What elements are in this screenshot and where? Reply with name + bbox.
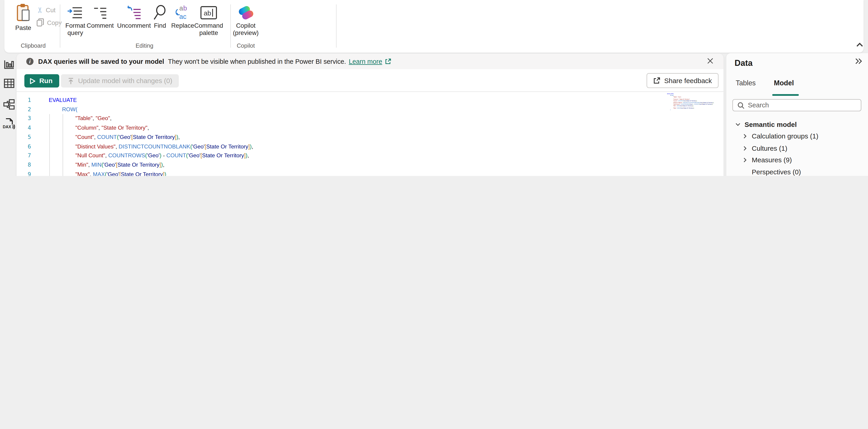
code-line[interactable]: "Min", MIN('Geo'[State Or Territory]), [49, 160, 164, 170]
sidebar-item-report-view[interactable] [3, 58, 15, 70]
copy-icon [36, 19, 44, 27]
chevron-up-icon [855, 41, 864, 49]
info-icon: i [26, 58, 34, 65]
model-diagram-icon [3, 99, 14, 109]
cut-button[interactable]: ✂ Cut [36, 5, 56, 14]
indent-guide [49, 114, 50, 176]
search-icon [737, 102, 745, 109]
upload-icon [68, 77, 74, 85]
copilot-button[interactable]: Copilot(preview) [230, 3, 261, 36]
tree-item-cultures-1-[interactable]: Cultures (1) [726, 142, 868, 154]
bar-chart-icon [4, 59, 14, 69]
code-line[interactable]: "Table", "Geo", [49, 114, 112, 123]
line-number: 2 [17, 105, 31, 114]
active-tab-indicator [772, 94, 799, 96]
editing-group-label: Editing [122, 42, 166, 49]
minimap[interactable]: EVALUATE ROW( "Table", "Geo", "Column", … [667, 93, 717, 120]
data-pane-title: Data [735, 58, 752, 67]
command-palette-button[interactable]: abCommandpalette [195, 3, 222, 36]
svg-text:ac: ac [179, 13, 186, 20]
banner-text: They won't be visible when published in … [168, 58, 346, 65]
dax-code-editor[interactable]: 12345678910 EVALUATE ROW( "Table", "Geo"… [17, 92, 723, 176]
tree-item-perspectives-0-[interactable]: Perspectives (0) [726, 166, 868, 176]
query-toolbar: Run Update model with changes (0) Share … [17, 69, 723, 92]
query-workspace: i DAX queries will be saved to your mode… [17, 54, 723, 176]
format-query-button[interactable]: Formatquery [63, 3, 87, 36]
tree-item-measures-9-[interactable]: Measures (9) [726, 154, 868, 166]
search-input[interactable]: Search [732, 99, 861, 112]
sidebar-item-model-view[interactable] [3, 98, 15, 110]
code-line[interactable]: EVALUATE [49, 96, 77, 105]
collapse-pane-button[interactable] [855, 58, 862, 65]
chevron-down-icon [735, 121, 741, 128]
code-line[interactable]: "Max", MAX('Geo'[State Or Territory]) [49, 170, 166, 176]
chevron-right-icon [742, 157, 748, 163]
tab-tables[interactable]: Tables [736, 79, 756, 87]
line-number: 6 [17, 142, 31, 151]
minimap-line: ) [667, 109, 717, 111]
code-line[interactable]: "Count", COUNT('Geo'[State Or Territory]… [49, 133, 180, 142]
indent-guide [62, 114, 63, 176]
tree-item-semantic-model[interactable]: Semantic model [726, 119, 868, 130]
command-palette-icon: ab [200, 3, 217, 22]
banner-bold-text: DAX queries will be saved to your model [38, 58, 164, 65]
line-number: 4 [17, 123, 31, 133]
comment-icon [93, 3, 107, 22]
data-pane: Data Tables Model Search Semantic modelC… [726, 53, 868, 176]
ribbon-separator [336, 4, 337, 48]
minimap-line: "Column", "State Or Territory", [667, 98, 717, 100]
find-icon [153, 3, 167, 22]
uncomment-button[interactable]: Uncomment [119, 3, 150, 30]
uncomment-icon [126, 3, 142, 22]
table-grid-icon [4, 78, 14, 88]
info-banner: i DAX queries will be saved to your mode… [17, 54, 723, 69]
copilot-icon [239, 3, 253, 22]
format-query-icon [68, 3, 83, 22]
svg-text:DAX: DAX [3, 125, 11, 129]
paste-button[interactable]: Paste [11, 3, 35, 32]
line-number: 3 [17, 114, 31, 123]
comment-button[interactable]: Comment [87, 3, 114, 30]
update-model-button[interactable]: Update model with changes (0) [61, 74, 179, 88]
line-number: 8 [17, 160, 31, 170]
replace-button[interactable]: abacReplace [171, 3, 194, 30]
close-icon [706, 57, 715, 65]
run-button[interactable]: Run [24, 74, 59, 88]
ribbon: Paste ✂ Cut Copy Clipboard FormatqueryCo… [4, 0, 864, 53]
code-line[interactable]: "Null Count", COUNTROWS('Geo') - COUNT('… [49, 151, 249, 160]
chevron-right-icon [742, 133, 748, 140]
code-line[interactable]: "Column", "State Or Territory", [49, 123, 149, 133]
line-number: 9 [17, 170, 31, 176]
line-number: 1 [17, 96, 31, 105]
find-button[interactable]: Find [150, 3, 170, 30]
minimap-line: ROW( [667, 95, 717, 97]
svg-text:i: i [29, 59, 31, 64]
play-icon [29, 77, 36, 85]
code-line[interactable]: "Distinct Values", DISTINCTCOUNTNOBLANK(… [49, 142, 253, 151]
copy-button[interactable]: Copy [36, 19, 62, 27]
sidebar-item-dax-query-view[interactable]: DAX [3, 118, 15, 130]
minimap-line: EVALUATE [667, 93, 717, 95]
minimap-line: "Min", MIN('Geo'[State Or Territory]), [667, 105, 717, 108]
copilot-group-label: Copilot [228, 42, 264, 49]
clipboard-group-label: Clipboard [13, 42, 53, 49]
sidebar-item-table-view[interactable] [3, 77, 15, 89]
svg-text:ab: ab [204, 9, 211, 17]
svg-text:b: b [183, 4, 187, 12]
collapse-ribbon-button[interactable] [855, 41, 864, 49]
tree-item-calculation-groups-1-[interactable]: Calculation groups (1) [726, 130, 868, 143]
code-line[interactable]: ROW( [49, 105, 78, 114]
line-number: 7 [17, 151, 31, 160]
double-chevron-right-icon [855, 58, 862, 65]
minimap-line: "Count", COUNT('Geo'[State Or Territory]… [667, 100, 717, 102]
banner-close-button[interactable] [706, 57, 715, 65]
cut-icon: ✂ [35, 7, 44, 13]
chevron-right-icon [742, 145, 748, 151]
share-icon [653, 77, 660, 84]
paste-label: Paste [11, 24, 35, 32]
tab-model[interactable]: Model [774, 79, 794, 87]
share-feedback-button[interactable]: Share feedback [647, 73, 718, 88]
learn-more-link[interactable]: Learn more [349, 58, 382, 65]
replace-icon: abac [174, 3, 191, 22]
svg-text:a: a [179, 4, 183, 12]
